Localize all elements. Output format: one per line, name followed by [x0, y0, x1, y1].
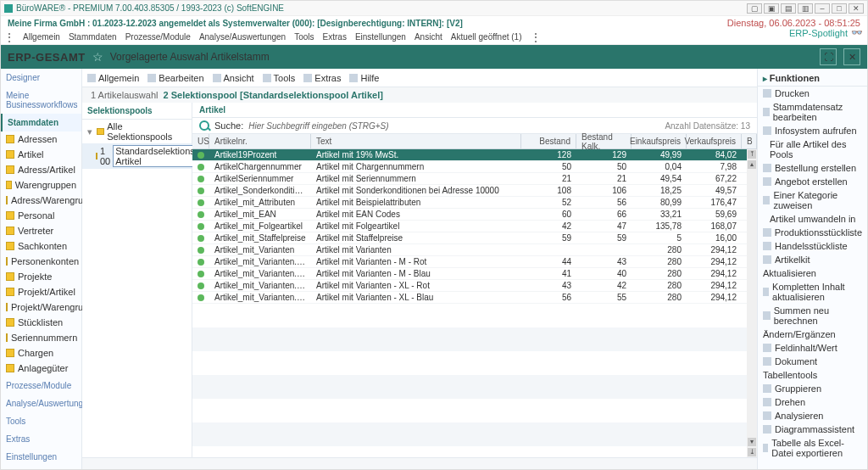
table-row[interactable]: Artikel_mit_FolgeartikelArtikel mit Folg… [192, 221, 757, 232]
nav-item-9[interactable]: Projekte [1, 269, 81, 284]
menu-ansicht[interactable]: Ansicht [415, 32, 442, 42]
nav-item-10[interactable]: Projekt/Artikel [1, 284, 81, 299]
func-item-0[interactable]: Drucken [758, 87, 867, 100]
func-item-2[interactable]: Infosystem aufrufen [758, 124, 867, 137]
func-item-12[interactable]: Kompletten Inhalt aktualisieren [758, 280, 867, 304]
col-bestand[interactable]: Bestand [521, 134, 576, 148]
table-row[interactable]: Artikel_mit_Varianten.003Artikel mit Var… [192, 256, 757, 268]
table-row[interactable]: Artikel_SonderkonditionenArtikel mit Son… [192, 185, 757, 197]
nav-item-4[interactable]: Adress/Warengruppen [1, 193, 81, 208]
func-item-10[interactable]: Artikelkit [758, 253, 867, 266]
func-item-14[interactable]: Ändern/Ergänzen [758, 327, 867, 341]
col-bestandkalk[interactable]: Bestand Kalk. [576, 134, 632, 148]
erp-spotlight[interactable]: ERP-Spotlight [789, 28, 848, 38]
search-hint[interactable]: Hier Suchbegriff eingeben (STRG+S) [248, 121, 388, 131]
func-item-18[interactable]: Gruppieren [758, 382, 867, 395]
nav-item-6[interactable]: Vertreter [1, 223, 81, 238]
nav-item-14[interactable]: Chargen [1, 345, 81, 361]
menu-einstellungen[interactable]: Einstellungen [355, 32, 406, 42]
scroll-top-icon[interactable]: ⤒ [748, 150, 756, 159]
tb-hilfe[interactable]: Hilfe [349, 73, 379, 83]
scroll-bottom-icon[interactable]: ⤓ [748, 448, 756, 456]
nav-item-5[interactable]: Personal [1, 208, 81, 223]
func-item-7[interactable]: Artikel umwandeln in [758, 212, 867, 226]
scroll-up-icon[interactable]: ▴ [748, 160, 756, 169]
favorite-star-icon[interactable]: ☆ [92, 50, 103, 64]
menu-tools[interactable]: Tools [294, 32, 314, 42]
bc-step1[interactable]: 1 Artikelauswahl [91, 90, 159, 100]
header-expand-button[interactable]: ⛶ [820, 48, 837, 65]
header-close-button[interactable]: ✕ [843, 48, 860, 65]
nav-item-15[interactable]: Anlagegüter [1, 361, 81, 376]
tb-extras[interactable]: Extras [303, 73, 341, 83]
winbtn-4[interactable]: ▥ [798, 3, 813, 14]
tree-root[interactable]: ▾ Alle Selektionspools [82, 120, 192, 143]
menu-extras[interactable]: Extras [323, 32, 347, 42]
nav-item-12[interactable]: Stücklisten [1, 315, 81, 330]
table-row[interactable]: Artikel_mit_Varianten.006Artikel mit Var… [192, 292, 757, 304]
col-artikelnr[interactable]: Artikelnr. [209, 134, 311, 148]
nav-item-11[interactable]: Projekt/Warengruppen [1, 299, 81, 315]
winbtn-close[interactable]: ✕ [849, 3, 864, 14]
func-item-19[interactable]: Drehen [758, 395, 867, 409]
table-row[interactable]: Artikel_mit_VariantenArtikel mit Variant… [192, 244, 757, 256]
vertical-scrollbar[interactable]: ⤒ ▴ ▾ ⤓ [747, 149, 757, 457]
nav-item-2[interactable]: Adress/Artikel [1, 162, 81, 177]
table-row[interactable]: ArtikelSeriennummerArtikel mit Seriennum… [192, 173, 757, 185]
func-item-6[interactable]: Einer Kategorie zuweisen [758, 188, 867, 212]
binoculars-icon[interactable]: 👓 [851, 27, 863, 38]
table-row[interactable]: ArtikelChargennummerArtikel mit Chargenn… [192, 161, 757, 173]
func-item-17[interactable]: Tabellentools [758, 368, 867, 382]
menu-more-icon[interactable]: ⋮ [4, 31, 14, 43]
func-item-5[interactable]: Angebot erstellen [758, 175, 867, 188]
tb-bearbeiten[interactable]: Bearbeiten [147, 73, 203, 83]
func-item-1[interactable]: Stammdatensatz bearbeiten [758, 100, 867, 124]
func-item-9[interactable]: Handelsstückliste [758, 239, 867, 253]
nav-item-7[interactable]: Sachkonten [1, 238, 81, 254]
func-item-22[interactable]: Tabelle als Excel-Datei exportieren [758, 436, 867, 460]
winbtn-max[interactable]: □ [832, 3, 847, 14]
table-row[interactable]: Artikel19ProzentArtikel mit 19% MwSt.128… [192, 149, 757, 161]
winbtn-3[interactable]: ▤ [781, 3, 796, 14]
nav-item-1[interactable]: Artikel [1, 147, 81, 162]
func-item-3[interactable]: Für alle Artikel des Pools [758, 137, 867, 161]
func-item-20[interactable]: Analysieren [758, 409, 867, 422]
col-ek[interactable]: Einkaufspreis [632, 134, 687, 148]
tb-allgemein[interactable]: Allgemein [87, 73, 139, 83]
table-row[interactable]: Artikel_mit_Varianten.005Artikel mit Var… [192, 280, 757, 292]
menu-overflow-icon[interactable]: ⋮ [531, 31, 541, 43]
nav-analyse[interactable]: Analyse/Auswertungen [1, 394, 81, 412]
scroll-down-icon[interactable]: ▾ [748, 438, 756, 446]
col-vk[interactable]: Verkaufspreis [687, 134, 742, 148]
nav-einstellungen[interactable]: Einstellungen [1, 448, 81, 466]
nav-item-0[interactable]: Adressen [1, 131, 81, 147]
func-item-21[interactable]: Diagrammassistent [758, 422, 867, 436]
tb-tools[interactable]: Tools [263, 73, 296, 83]
nav-workflows[interactable]: Meine Businessworkflows [1, 87, 81, 114]
menu-aktuell[interactable]: Aktuell geöffnet (1) [451, 32, 522, 42]
col-text[interactable]: Text [311, 134, 521, 148]
col-us[interactable]: US [192, 134, 209, 148]
menu-analyse[interactable]: Analyse/Auswertungen [199, 32, 286, 42]
nav-stammdaten[interactable]: Stammdaten [1, 114, 81, 131]
table-row[interactable]: Artikel_mit_AttributenArtikel mit Beispi… [192, 197, 757, 209]
menu-allgemein[interactable]: Allgemein [23, 32, 60, 42]
nav-prozesse[interactable]: Prozesse/Module [1, 377, 81, 394]
menu-prozesse[interactable]: Prozesse/Module [125, 32, 191, 42]
nav-extras[interactable]: Extras [1, 430, 81, 448]
nav-item-8[interactable]: Personenkonten [1, 254, 81, 269]
table-row[interactable]: Artikel_mit_StaffelpreiseArtikel mit Sta… [192, 232, 757, 244]
table-row[interactable]: Artikel_mit_Varianten.004Artikel mit Var… [192, 268, 757, 280]
winbtn-2[interactable]: ▣ [764, 3, 779, 14]
table-row[interactable]: Artikel_mit_EANArtikel mit EAN Codes6066… [192, 209, 757, 221]
func-item-8[interactable]: Produktionsstückliste [758, 226, 867, 239]
nav-tools[interactable]: Tools [1, 412, 81, 430]
nav-item-3[interactable]: Warengruppen [1, 177, 81, 193]
bc-step2[interactable]: 2 Selektionspool [Standardselektionspool… [164, 90, 383, 100]
tb-ansicht[interactable]: Ansicht [213, 73, 254, 83]
tree-selected[interactable]: 1 00 Standardselektionspool Artikel [82, 143, 192, 169]
func-item-13[interactable]: Summen neu berechnen [758, 304, 867, 327]
search-icon[interactable] [199, 120, 209, 131]
func-item-16[interactable]: Dokument [758, 355, 867, 368]
menu-stammdaten[interactable]: Stammdaten [69, 32, 117, 42]
